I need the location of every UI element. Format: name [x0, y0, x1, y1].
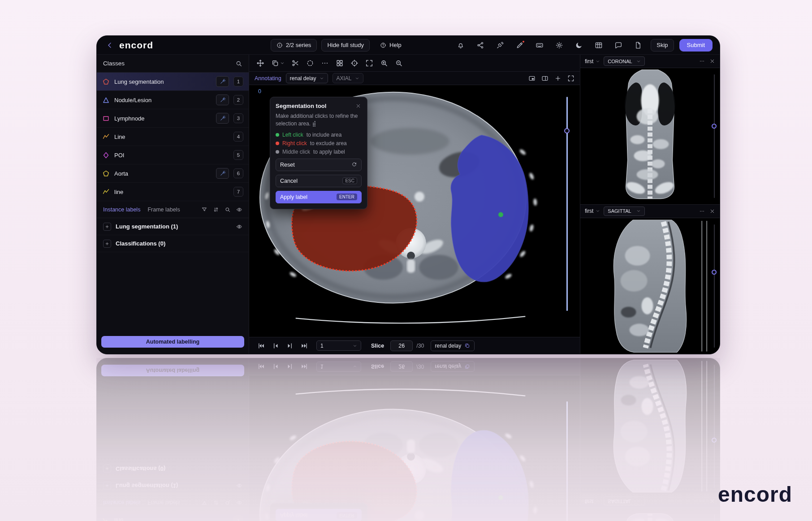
share-button[interactable] — [473, 38, 488, 52]
shortcuts-button[interactable] — [532, 38, 547, 52]
tab-instance-labels[interactable]: Instance labels — [103, 207, 140, 213]
add-view-icon[interactable] — [554, 75, 561, 82]
auto-segment-wand-button[interactable] — [216, 168, 229, 179]
coronal-plane-value: CORONAL — [608, 59, 632, 64]
segmentation-tool-popup: Segmentation tool Make additional clicks… — [270, 97, 367, 209]
search-icon[interactable] — [235, 60, 242, 67]
pan-tool-button[interactable] — [256, 59, 264, 67]
last-slice-button[interactable] — [300, 342, 308, 350]
more-options-icon[interactable] — [699, 208, 705, 214]
class-row-poi[interactable]: POI 5 — [97, 146, 249, 164]
chevron-down-icon — [596, 209, 600, 213]
search-icon[interactable] — [225, 207, 231, 213]
more-options-icon[interactable] — [699, 58, 705, 64]
notifications-button[interactable] — [454, 38, 468, 52]
classes-header: Classes — [97, 55, 249, 73]
help-button[interactable]: Help — [374, 39, 407, 52]
refresh-icon — [351, 162, 357, 168]
zoom-in-button[interactable] — [380, 59, 388, 67]
topbar-left: encord — [104, 39, 271, 51]
sidebar-spacer — [97, 252, 249, 331]
coronal-series-dropdown[interactable]: first — [585, 58, 600, 65]
tab-frame-labels[interactable]: Frame labels — [147, 207, 180, 213]
duplicate-tool-button[interactable] — [271, 59, 285, 67]
windowing-button[interactable] — [336, 59, 344, 67]
auto-segment-wand-button[interactable] — [216, 113, 229, 124]
injection-tool-button[interactable] — [493, 38, 507, 52]
instance-group-lung-segmentation[interactable]: Lung segmentation (1) — [97, 218, 249, 235]
eye-icon[interactable] — [236, 207, 242, 213]
more-tools-button[interactable] — [321, 59, 329, 67]
slider-track[interactable] — [714, 74, 715, 198]
page-background: encord 2/2 series Hide full study Help — [0, 0, 812, 521]
fullscreen-icon[interactable] — [567, 75, 574, 82]
close-panel-icon[interactable] — [709, 58, 715, 64]
class-row-lung-segmentation[interactable]: Lung segmentation 1 — [97, 73, 249, 91]
sagittal-plane-dropdown[interactable]: SAGITTAL — [604, 207, 645, 216]
sagittal-slice-slider[interactable] — [712, 224, 717, 348]
localize-button[interactable] — [350, 59, 358, 67]
slider-track[interactable] — [714, 224, 715, 348]
hide-full-study-button[interactable]: Hide full study — [321, 39, 370, 52]
back-button[interactable] — [104, 39, 116, 51]
slider-handle[interactable] — [712, 124, 717, 129]
chevron-down-icon — [355, 76, 359, 81]
auto-segment-wand-button[interactable] — [216, 95, 229, 105]
settings-button[interactable] — [552, 38, 566, 52]
class-row-aorta[interactable]: Aorta 6 — [97, 164, 249, 183]
slider-handle[interactable] — [564, 128, 570, 133]
series-info-button[interactable]: 2/2 series — [271, 39, 317, 52]
fit-view-button[interactable] — [365, 59, 373, 67]
class-hotkey-badge: 2 — [233, 95, 243, 105]
split-layout-icon[interactable] — [541, 75, 549, 82]
zoom-out-button[interactable] — [395, 59, 403, 67]
pip-icon[interactable] — [528, 75, 536, 82]
expand-group-button[interactable] — [103, 240, 111, 248]
classifications-group[interactable]: Classifications (0) — [97, 235, 249, 252]
layout-grid-button[interactable] — [592, 38, 606, 52]
reset-button[interactable]: Reset — [276, 159, 362, 171]
class-row-lymphnode[interactable]: Lymphnode 3 — [97, 109, 249, 128]
comments-button[interactable] — [611, 38, 626, 52]
first-slice-button[interactable] — [257, 342, 265, 350]
coronal-viewport[interactable] — [580, 68, 720, 204]
auto-segment-wand-button[interactable] — [216, 76, 229, 87]
moon-icon — [575, 41, 583, 49]
series-badge[interactable]: renal delay — [431, 340, 475, 351]
coronal-slice-slider[interactable] — [712, 74, 717, 198]
apply-label-button[interactable]: Apply label ENTER — [276, 191, 362, 203]
close-icon — [355, 103, 361, 109]
sort-icon[interactable] — [213, 207, 219, 213]
slider-handle[interactable] — [712, 270, 717, 275]
axial-viewport[interactable]: 0 — [249, 85, 580, 337]
expand-group-button[interactable] — [103, 223, 111, 231]
frame-dropdown[interactable]: 1 — [316, 340, 361, 351]
previous-slice-button[interactable] — [272, 342, 280, 350]
filter-icon[interactable] — [201, 207, 207, 213]
documents-button[interactable] — [631, 38, 645, 52]
close-panel-icon[interactable] — [709, 208, 715, 214]
sagittal-viewport[interactable] — [580, 218, 720, 354]
class-row-line[interactable]: Line 4 — [97, 128, 249, 146]
cancel-button[interactable]: Cancel ESC — [276, 175, 362, 187]
next-slice-button[interactable] — [286, 342, 294, 350]
sagittal-series-dropdown[interactable]: first — [585, 208, 600, 214]
skip-button[interactable]: Skip — [651, 39, 674, 52]
annotations-button[interactable] — [513, 38, 527, 52]
include-marker-dot — [498, 212, 503, 217]
series-dropdown[interactable]: renal delay — [286, 73, 328, 83]
class-row-nodule-lesion[interactable]: Nodule/Lesion 2 — [97, 91, 249, 109]
automated-labelling-button[interactable]: Automated labelling — [101, 336, 244, 348]
coronal-plane-dropdown[interactable]: CORONAL — [604, 56, 645, 66]
contour-tool-button[interactable] — [306, 59, 314, 67]
visibility-icon[interactable] — [236, 224, 242, 230]
cut-tool-button[interactable] — [291, 59, 299, 67]
close-popup-button[interactable] — [355, 103, 362, 109]
class-row-line-2[interactable]: line 7 — [97, 183, 249, 201]
plane-dropdown[interactable]: AXIAL — [333, 73, 363, 83]
slice-number-input[interactable] — [390, 340, 413, 351]
submit-button[interactable]: Submit — [679, 39, 713, 52]
zoom-out-icon — [395, 59, 403, 67]
dark-mode-button[interactable] — [572, 38, 586, 52]
slice-slider[interactable] — [564, 97, 570, 311]
